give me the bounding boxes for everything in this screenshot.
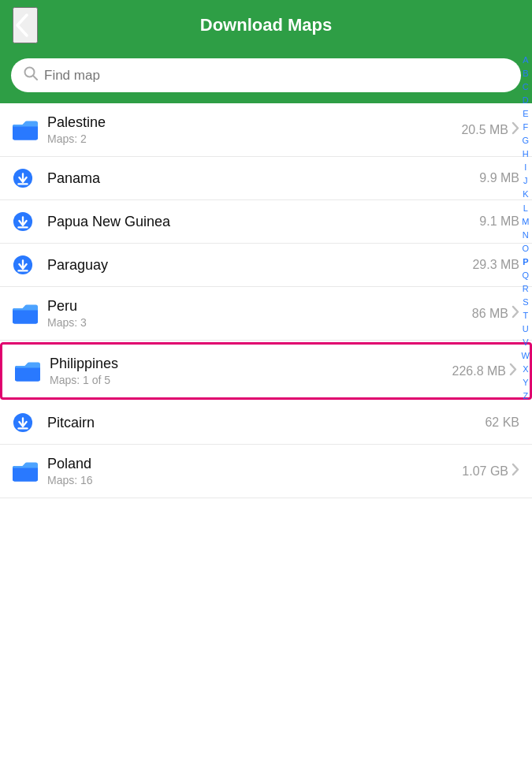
list-item-pitcairn[interactable]: Pitcairn62 KB: [0, 401, 532, 445]
alpha-letter-j[interactable]: J: [523, 174, 528, 188]
folder-icon: [15, 361, 50, 382]
alpha-letter-k[interactable]: K: [523, 188, 528, 201]
chevron-right-icon: [509, 363, 517, 379]
chevron-right-icon: [512, 463, 519, 479]
alpha-letter-i[interactable]: I: [524, 161, 526, 174]
alpha-letter-f[interactable]: F: [523, 121, 528, 134]
alpha-letter-g[interactable]: G: [523, 134, 530, 147]
alpha-letter-c[interactable]: C: [523, 80, 529, 94]
folder-icon: [13, 304, 47, 324]
item-subtitle: Maps: 16: [47, 474, 462, 486]
alpha-letter-s[interactable]: S: [523, 296, 528, 309]
item-name: Palestine: [47, 114, 461, 131]
alpha-letter-d[interactable]: D: [523, 94, 529, 107]
search-input-wrap[interactable]: [11, 58, 521, 92]
list-item-poland[interactable]: PolandMaps: 161.07 GB: [0, 445, 532, 498]
map-list: PalestineMaps: 220.5 MB Panama9.9 MB Pap…: [0, 103, 532, 498]
alpha-letter-l[interactable]: L: [523, 202, 528, 215]
item-name: Panama: [47, 170, 479, 187]
list-item-palestine[interactable]: PalestineMaps: 220.5 MB: [0, 103, 532, 157]
list-item-philippines[interactable]: PhilippinesMaps: 1 of 5226.8 MB: [0, 342, 532, 400]
alpha-letter-u[interactable]: U: [523, 322, 529, 336]
item-name: Philippines: [50, 356, 452, 372]
list-item-peru[interactable]: PeruMaps: 386 MB: [0, 287, 532, 341]
svg-line-1: [33, 76, 37, 80]
back-button[interactable]: [13, 7, 38, 43]
chevron-right-icon: [512, 121, 519, 138]
item-name: Peru: [47, 298, 472, 315]
alpha-letter-y[interactable]: Y: [523, 376, 528, 389]
search-bar: [0, 50, 532, 103]
page-title: Download Maps: [200, 15, 332, 35]
alpha-letter-w[interactable]: W: [522, 349, 530, 363]
svg-rect-14: [13, 307, 38, 323]
header: Download Maps: [0, 0, 532, 50]
alpha-letter-e[interactable]: E: [523, 107, 528, 121]
chevron-right-icon: [512, 305, 519, 322]
alpha-letter-m[interactable]: M: [522, 215, 529, 229]
item-subtitle: Maps: 3: [47, 316, 472, 329]
item-size: 1.07 GB: [462, 464, 508, 479]
list-item-paraguay[interactable]: Paraguay29.3 MB: [0, 244, 532, 287]
download-icon: [13, 168, 47, 188]
item-name: Paraguay: [47, 257, 472, 274]
alpha-letter-o[interactable]: O: [523, 242, 530, 255]
alphabet-index: ABCDEFGHIJKLMNOPQRSTUVWXYZ: [519, 50, 532, 406]
alpha-letter-q[interactable]: Q: [523, 269, 530, 282]
download-icon: [13, 412, 47, 433]
alpha-letter-a[interactable]: A: [523, 54, 528, 67]
alpha-letter-r[interactable]: R: [523, 282, 529, 296]
alpha-letter-x[interactable]: X: [523, 363, 528, 376]
item-subtitle: Maps: 1 of 5: [50, 374, 452, 386]
svg-rect-16: [15, 365, 40, 381]
item-size: 86 MB: [472, 307, 508, 321]
item-size: 226.8 MB: [452, 364, 506, 378]
alpha-letter-p[interactable]: P: [523, 255, 528, 269]
item-size: 29.3 MB: [472, 258, 519, 272]
item-name: Papua New Guinea: [47, 214, 479, 230]
download-icon: [13, 255, 47, 275]
alpha-letter-b[interactable]: B: [523, 67, 528, 80]
svg-rect-21: [13, 465, 38, 481]
list-item-panama[interactable]: Panama9.9 MB: [0, 157, 532, 200]
item-size: 9.9 MB: [479, 171, 519, 185]
alpha-letter-h[interactable]: H: [523, 147, 529, 161]
download-icon: [13, 211, 47, 232]
alpha-letter-t[interactable]: T: [523, 309, 528, 322]
folder-icon: [13, 461, 47, 482]
search-input[interactable]: [44, 68, 508, 84]
item-name: Pitcairn: [47, 415, 485, 431]
folder-icon: [13, 120, 47, 140]
list-item-papua-new-guinea[interactable]: Papua New Guinea9.1 MB: [0, 200, 532, 244]
item-size: 62 KB: [485, 416, 519, 430]
item-name: Poland: [47, 456, 462, 472]
alpha-letter-n[interactable]: N: [523, 229, 529, 242]
svg-rect-3: [13, 124, 38, 140]
item-size: 20.5 MB: [461, 123, 508, 137]
item-subtitle: Maps: 2: [47, 132, 461, 145]
alpha-letter-z[interactable]: Z: [523, 389, 528, 403]
search-icon: [24, 66, 38, 84]
alpha-letter-v[interactable]: V: [523, 336, 528, 349]
item-size: 9.1 MB: [479, 214, 519, 229]
